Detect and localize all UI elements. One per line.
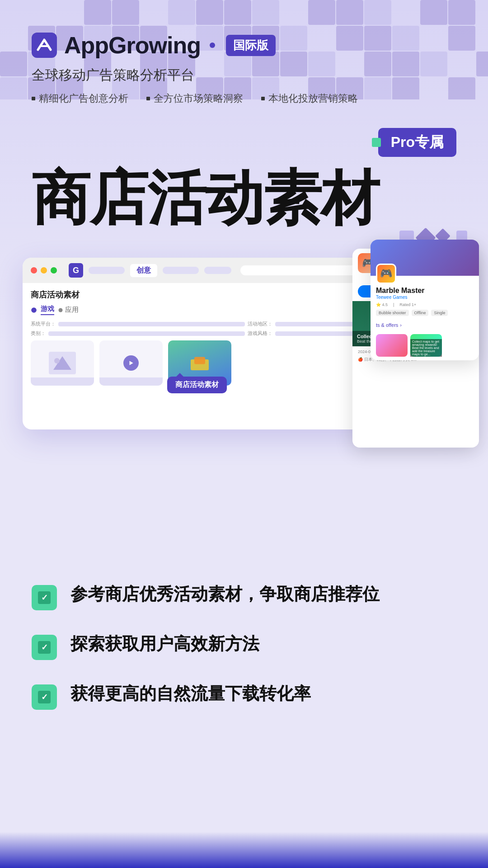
feature-text-3: 获得更高的自然流量下载转化率 (70, 683, 311, 705)
pro-badge: Pro专属 (378, 128, 456, 157)
app-store-dev: Teewee Games (376, 295, 474, 300)
brand-badge: 国际版 (226, 35, 276, 56)
marble-master-bg: 🎮 (371, 241, 479, 275)
card-2[interactable] (99, 340, 163, 386)
checkmark-2: ✓ (41, 642, 48, 652)
svg-point-3 (59, 308, 63, 312)
check-icon-1: ✓ (32, 585, 57, 610)
feature-text-1: 参考商店优秀活动素材，争取商店推荐位 (70, 583, 380, 605)
pro-section: Pro专属 (0, 105, 488, 157)
bullet-3 (261, 97, 265, 100)
filter-platform-label: 系统平台： (31, 321, 56, 327)
bullet-1 (32, 97, 35, 100)
traffic-lights (31, 267, 57, 274)
checkmark-1: ✓ (41, 593, 48, 603)
check-inner-2: ✓ (38, 641, 51, 654)
tab-apps[interactable]: 应用 (58, 306, 79, 314)
marble-master-game-icon: 🎮 (376, 264, 396, 284)
app-store-name: Marble Master (376, 287, 474, 295)
tab-games-icon (31, 307, 37, 313)
tab-games[interactable]: 游戏 (41, 305, 54, 315)
app-meta-rated: Rated 1+ (399, 302, 416, 307)
events-offers-row: ts & offers › (371, 320, 479, 330)
feature-text-2: 探索获取用户高效新方法 (70, 633, 259, 655)
svg-marker-7 (130, 361, 133, 365)
tag-single: Single (431, 310, 448, 316)
screenshot-1 (376, 334, 408, 357)
svg-point-2 (31, 307, 37, 313)
tl-green[interactable] (51, 267, 57, 274)
filter-category-label: 类别： (31, 330, 46, 337)
feature-label-3: 本地化投放营销策略 (268, 92, 358, 105)
screenshot-2: Collect maps to get amazing rewards! Bea… (410, 334, 442, 357)
related-screenshots: Collect maps to get amazing rewards! Bea… (371, 330, 479, 360)
screenshot-2-overlay: Collect maps to get amazing rewards! Bea… (410, 339, 442, 357)
page-content: AppGrowing 国际版 全球移动广告策略分析平台 精细化广告创意分析 全方… (0, 0, 488, 868)
tab-apps-label: 应用 (65, 306, 79, 314)
app-meta-sep: | (393, 302, 394, 307)
nav-tab-creative[interactable]: 创意 (130, 264, 157, 277)
feature-item-3: 本地化投放营销策略 (261, 92, 358, 105)
card-3-icon (188, 354, 211, 372)
check-icon-3: ✓ (32, 684, 57, 710)
feature-row-1: ✓ 参考商店优秀活动素材，争取商店推荐位 (32, 583, 456, 610)
check-inner-3: ✓ (38, 691, 51, 703)
svg-rect-9 (194, 357, 205, 364)
app-store-header: 🎮 (371, 240, 479, 276)
tagline: 全球移动广告策略分析平台 (32, 66, 456, 85)
nav-logo: G (69, 263, 83, 278)
features-section: ✓ 参考商店优秀活动素材，争取商店推荐位 ✓ 探索获取用户高效新方法 ✓ 获得更… (0, 547, 488, 760)
header-features-row: 精细化广告创意分析 全方位市场策略洞察 本地化投放营销策略 (32, 92, 456, 105)
card-1-label (31, 377, 94, 386)
bottom-gradient (0, 832, 488, 868)
feature-row-3: ✓ 获得更高的自然流量下载转化率 (32, 683, 456, 710)
events-offers-arrow: › (400, 322, 402, 328)
check-inner-1: ✓ (38, 591, 51, 604)
browser-section: G 创意 商店活动素材 (0, 231, 488, 429)
filter-category: 类别： (31, 330, 245, 337)
app-logo-icon (32, 33, 57, 58)
card-2-label (99, 377, 163, 386)
countries-icon: 🍎 (358, 357, 363, 362)
tag-offline: Offline (412, 310, 429, 316)
card-2-play[interactable] (123, 355, 139, 371)
app-tags: Bubble shooter Offline Single (376, 310, 474, 316)
check-icon-2: ✓ (32, 635, 57, 660)
bullet-2 (146, 97, 150, 100)
tag-bubble: Bubble shooter (376, 310, 409, 316)
feature-item-1: 精细化广告创意分析 (32, 92, 128, 105)
filter-style-label: 游戏风格： (248, 330, 272, 337)
nav-tab-2 (163, 267, 199, 274)
checkmark-3: ✓ (41, 692, 48, 702)
card-1[interactable] (31, 340, 94, 386)
feature-label-2: 全方位市场策略洞察 (154, 92, 243, 105)
feature-label-1: 精细化广告创意分析 (39, 92, 128, 105)
main-title: 商店活动素材 (0, 157, 488, 231)
app-store-card: 🎮 Marble Master Teewee Games ⭐ 4.5 | Rat… (371, 240, 479, 360)
tl-red[interactable] (31, 267, 37, 274)
logo-row: AppGrowing 国际版 (32, 33, 456, 58)
logo-dot (210, 42, 215, 48)
app-meta-reviews: ⭐ 4.5 (376, 302, 388, 307)
filter-platform-bar (58, 322, 245, 326)
feature-row-2: ✓ 探索获取用户高效新方法 (32, 633, 456, 660)
nav-tab-3 (204, 267, 231, 274)
header: AppGrowing 国际版 全球移动广告策略分析平台 精细化广告创意分析 全方… (0, 0, 488, 105)
nav-tab-1 (89, 267, 125, 274)
card-1-image (49, 352, 76, 374)
svg-point-6 (54, 358, 60, 363)
app-meta: ⭐ 4.5 | Rated 1+ (376, 302, 474, 307)
filter-platform: 系统平台： (31, 321, 245, 327)
tl-yellow[interactable] (41, 267, 47, 274)
filter-region-label: 活动地区： (248, 321, 272, 327)
events-offers-label: ts & offers (376, 322, 398, 328)
brand-name: AppGrowing (64, 33, 201, 57)
feature-item-2: 全方位市场策略洞察 (146, 92, 243, 105)
floating-tooltip: 商店活动素材 (167, 377, 227, 393)
filter-category-bar (48, 331, 245, 336)
